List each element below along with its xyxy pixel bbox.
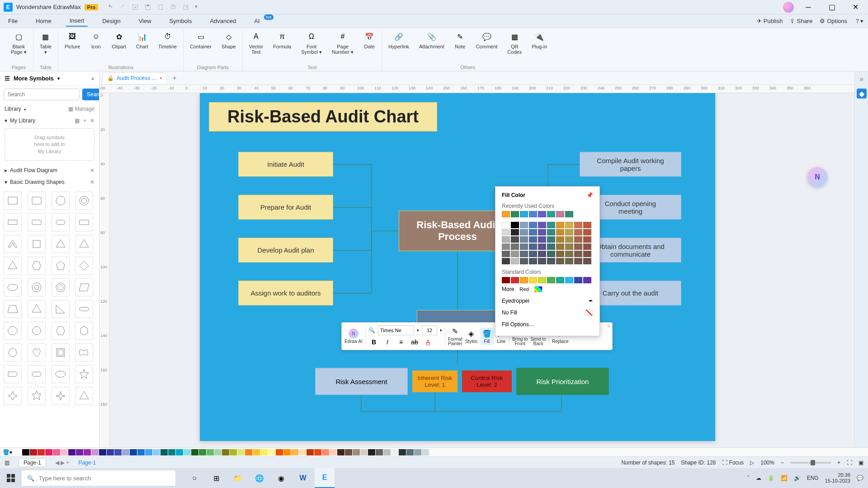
colorbar-swatch[interactable] <box>76 449 83 455</box>
node-compile-papers[interactable]: Compile Audit working papers <box>580 152 681 177</box>
colorbar-swatch[interactable] <box>268 449 275 455</box>
colorbar-swatch[interactable] <box>153 449 160 455</box>
theme-color-swatch[interactable] <box>547 222 555 228</box>
rail-expand-icon[interactable]: » <box>857 74 867 84</box>
node-inherent-risk[interactable]: Inherent Risk Level: 1 <box>412 371 458 392</box>
recent-color-swatch[interactable] <box>547 211 555 217</box>
publish-button[interactable]: ✈ Publish <box>757 18 783 24</box>
colorbar-swatch[interactable] <box>68 449 75 455</box>
theme-color-swatch[interactable] <box>583 251 591 257</box>
colorbar-swatch[interactable] <box>330 449 337 455</box>
zoom-slider[interactable] <box>790 462 831 464</box>
ribbon-formula[interactable]: πFormula <box>271 30 293 56</box>
bold-button[interactable]: B <box>368 337 379 347</box>
colorbar-swatch[interactable] <box>422 449 429 455</box>
theme-color-swatch[interactable] <box>511 258 519 264</box>
section-basic-shapes[interactable]: ▾ Basic Drawing Shapes ✕ <box>0 176 99 188</box>
shape-swatch[interactable] <box>75 322 93 340</box>
theme-color-swatch[interactable] <box>529 222 537 228</box>
chart-title[interactable]: Risk-Based Audit Chart <box>209 102 437 131</box>
colorbar-swatch[interactable] <box>22 449 29 455</box>
ribbon-hyperlink[interactable]: 🔗Hyperlink <box>387 30 411 56</box>
theme-color-swatch[interactable] <box>502 251 510 257</box>
plus-icon[interactable]: + <box>83 117 86 124</box>
share-button[interactable]: ⇪ Share <box>790 18 812 24</box>
start-button[interactable] <box>0 468 22 488</box>
colorbar-swatch[interactable] <box>168 449 175 455</box>
colorbar-swatch[interactable] <box>283 449 291 455</box>
language-indicator[interactable]: ENG <box>807 475 819 481</box>
edge-icon[interactable]: 🌐 <box>250 468 269 488</box>
node-assign-work[interactable]: Assign work to auditors <box>238 281 333 305</box>
colorbar-swatch[interactable] <box>291 449 298 455</box>
theme-color-swatch[interactable] <box>565 244 573 250</box>
canvas[interactable]: Risk-Based Audit Chart Initiate Audit Pr… <box>109 93 854 447</box>
symbol-search-button[interactable]: Search <box>82 89 99 100</box>
close-section-icon[interactable]: ✕ <box>90 167 94 174</box>
theme-color-swatch[interactable] <box>574 251 582 257</box>
shape-swatch[interactable] <box>28 235 46 253</box>
theme-color-swatch[interactable] <box>502 222 510 228</box>
theme-color-swatch[interactable] <box>574 229 582 235</box>
edraw-ai-button[interactable]: N Edraw AI <box>344 328 363 344</box>
node-initiate-audit[interactable]: Initiate Audit <box>238 152 333 177</box>
font-family-input[interactable] <box>378 325 414 335</box>
colorbar-swatch[interactable] <box>53 449 60 455</box>
word-icon[interactable]: W <box>293 468 313 488</box>
theme-color-swatch[interactable] <box>556 236 564 243</box>
theme-color-swatch[interactable] <box>565 236 573 243</box>
onedrive-icon[interactable]: ☁ <box>756 475 761 481</box>
zoom-out-button[interactable]: − <box>781 460 784 466</box>
ribbon-picture[interactable]: 🖼Picture <box>63 30 82 50</box>
taskbar-search[interactable]: 🔍 Type here to search <box>22 470 175 486</box>
colorbar-swatch[interactable] <box>337 449 344 455</box>
page-tab[interactable]: Page-1 <box>19 458 46 467</box>
colorbar-swatch[interactable] <box>260 449 268 455</box>
node-risk-prioritization[interactable]: Risk Prioritization <box>516 368 609 395</box>
font-size-input[interactable] <box>422 325 437 335</box>
shape-swatch[interactable] <box>52 257 70 275</box>
recent-color-swatch[interactable] <box>538 211 546 217</box>
colorbar-swatch[interactable] <box>130 449 137 455</box>
theme-color-swatch[interactable] <box>574 258 582 264</box>
theme-color-swatch[interactable] <box>574 244 582 250</box>
shape-swatch[interactable] <box>28 278 46 296</box>
colorbar-swatch[interactable] <box>414 449 421 455</box>
redo-icon[interactable] <box>119 4 126 11</box>
ribbon-attachment[interactable]: 📎Attachment <box>417 30 446 56</box>
fill-button[interactable]: 🪣Fill <box>480 328 494 345</box>
colorbar-swatch[interactable] <box>137 449 145 455</box>
theme-color-swatch[interactable] <box>547 244 555 250</box>
panel-collapse-icon[interactable]: ☰ <box>5 75 10 82</box>
section-audit-flow[interactable]: ▸ Audit Flow Diagram ✕ <box>0 164 99 176</box>
theme-color-swatch[interactable] <box>556 222 564 228</box>
theme-color-swatch[interactable] <box>565 258 573 264</box>
colorbar-swatch[interactable] <box>191 449 198 455</box>
menu-file[interactable]: File <box>5 16 21 26</box>
ribbon-font-symbol[interactable]: ΩFont Symbol ▾ <box>299 30 324 56</box>
theme-color-swatch[interactable] <box>502 258 510 264</box>
ribbon-clipart[interactable]: ✿Clipart <box>110 30 128 50</box>
theme-color-swatch[interactable] <box>583 229 591 235</box>
colorbar-swatch[interactable] <box>114 449 122 455</box>
options-button[interactable]: ⚙ Options <box>820 18 847 24</box>
standard-color-swatch[interactable] <box>511 277 519 283</box>
colorbar-swatch[interactable] <box>245 449 252 455</box>
shape-swatch[interactable] <box>75 365 93 383</box>
shape-swatch[interactable] <box>28 343 46 361</box>
close-section-icon[interactable]: ✕ <box>90 179 94 185</box>
fit-page-icon[interactable]: ⛶ <box>847 460 852 466</box>
colorbar-swatch[interactable] <box>222 449 229 455</box>
shape-swatch[interactable] <box>28 300 46 318</box>
menu-advanced[interactable]: Advanced <box>206 16 240 26</box>
my-library-dropzone[interactable]: Drag symbols here to add to My Library <box>5 128 94 161</box>
theme-color-swatch[interactable] <box>529 229 537 235</box>
colorbar-swatch[interactable] <box>214 449 222 455</box>
colorbar-swatch[interactable] <box>14 449 22 455</box>
theme-color-swatch[interactable] <box>520 244 528 250</box>
edrawmax-taskbar-icon[interactable]: E <box>315 468 335 488</box>
colorbar-swatch[interactable] <box>307 449 314 455</box>
theme-color-swatch[interactable] <box>547 229 555 235</box>
theme-color-swatch[interactable] <box>538 244 546 250</box>
shape-swatch[interactable] <box>52 322 70 340</box>
